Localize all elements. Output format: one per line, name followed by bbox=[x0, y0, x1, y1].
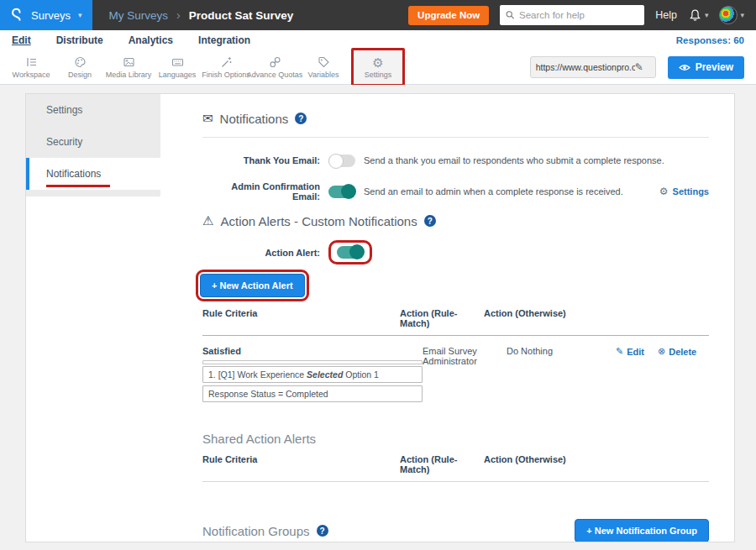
criteria-condition-2: Response Status = Completed bbox=[202, 385, 423, 402]
new-action-alert-button[interactable]: + New Action Alert bbox=[200, 274, 305, 297]
magic-wand-icon bbox=[219, 55, 234, 69]
help-search-input[interactable] bbox=[519, 10, 638, 20]
notification-groups-title: Notification Groups bbox=[202, 524, 310, 538]
gear-icon: ⚙ bbox=[659, 186, 669, 197]
upgrade-now-button[interactable]: Upgrade Now bbox=[408, 6, 489, 25]
help-link[interactable]: Help bbox=[655, 9, 677, 21]
search-icon bbox=[506, 10, 515, 20]
thank-you-email-label: Thank You Email: bbox=[202, 155, 328, 165]
otherwise-action: Do Nothing bbox=[507, 346, 616, 405]
col-action-rule-match: Action (Rule-Match) bbox=[400, 308, 484, 328]
delete-icon: ⊗ bbox=[658, 346, 665, 357]
chevron-down-icon: ▾ bbox=[740, 11, 744, 19]
settings-panel: Settings Security Notifications ✉ Notifi… bbox=[25, 93, 735, 542]
shared-action-alerts-title: Shared Action Alerts bbox=[202, 432, 709, 446]
toolbar-item-languages[interactable]: Languages bbox=[153, 50, 202, 84]
tab-distribute[interactable]: Distribute bbox=[56, 34, 103, 46]
thank-you-email-description: Send a thank you email to respondents wh… bbox=[364, 155, 664, 165]
notifications-bell-menu[interactable]: ▾ bbox=[688, 8, 709, 23]
admin-email-settings-link[interactable]: Settings bbox=[673, 186, 709, 196]
divider bbox=[202, 137, 709, 138]
help-icon[interactable]: ? bbox=[424, 215, 436, 227]
sidebar-item-notifications[interactable]: Notifications bbox=[26, 158, 160, 190]
admin-confirmation-email-toggle[interactable] bbox=[328, 186, 355, 198]
tab-edit[interactable]: Edit bbox=[12, 34, 31, 46]
sidebar-item-security[interactable]: Security bbox=[26, 126, 160, 158]
preview-button[interactable]: Preview bbox=[668, 56, 744, 79]
toolbar-item-workspace[interactable]: Workspace bbox=[7, 50, 55, 84]
shared-alerts-table-header: Rule Criteria Action (Rule-Match) Action… bbox=[202, 454, 709, 482]
criteria-collapsed-strip bbox=[202, 360, 423, 364]
new-notification-group-button[interactable]: + New Notification Group bbox=[575, 519, 709, 542]
sidebar-item-settings[interactable]: Settings bbox=[26, 94, 160, 126]
help-icon[interactable]: ? bbox=[317, 525, 328, 537]
tag-icon bbox=[317, 55, 331, 69]
admin-confirmation-email-description: Send an email to admin when a complete r… bbox=[364, 186, 623, 196]
settings-page: Settings Security Notifications ✉ Notifi… bbox=[0, 85, 756, 550]
criteria-condition-1: 1. [Q1] Work Experience Selected Option … bbox=[202, 366, 423, 383]
workspace-icon bbox=[24, 55, 39, 69]
action-alert-toggle[interactable] bbox=[337, 246, 364, 259]
settings-sidebar: Settings Security Notifications bbox=[26, 94, 160, 542]
annotation-settings-highlight: ⚙ Settings bbox=[351, 48, 405, 86]
keyboard-icon bbox=[171, 55, 185, 69]
breadcrumb-my-surveys[interactable]: My Surveys bbox=[109, 9, 169, 22]
survey-url-input[interactable] bbox=[536, 62, 635, 72]
chain-link-icon bbox=[268, 55, 282, 69]
shared-alerts-empty-area bbox=[202, 482, 709, 511]
chevron-down-icon: ▾ bbox=[78, 11, 82, 19]
breadcrumb: My Surveys › Product Sat Survey bbox=[109, 8, 294, 22]
new-action-alert-row: + New Action Alert bbox=[202, 270, 709, 301]
toolbar-item-advance-quotas[interactable]: Advance Quotas bbox=[250, 50, 299, 84]
col-action-rule-match: Action (Rule-Match) bbox=[400, 454, 484, 474]
toolbar-item-finish-options[interactable]: Finish Options bbox=[202, 50, 250, 84]
annotation-action-alert-highlight bbox=[328, 240, 372, 265]
delete-alert-link[interactable]: ⊗Delete bbox=[658, 346, 696, 357]
edit-toolbar: Workspace Design Media Library Languages… bbox=[0, 50, 756, 85]
questionpro-logo-icon bbox=[8, 8, 24, 23]
top-bar: Surveys ▾ My Surveys › Product Sat Surve… bbox=[0, 0, 756, 30]
toolbar-item-design[interactable]: Design bbox=[55, 50, 104, 84]
action-alert-table-row: Satisfied 1. [Q1] Work Experience Select… bbox=[202, 336, 709, 413]
notifications-section-header: ✉ Notifications ? bbox=[202, 111, 709, 126]
admin-confirmation-email-label: Admin Confirmation Email: bbox=[202, 181, 328, 202]
col-rule-criteria: Rule Criteria bbox=[202, 308, 400, 328]
thank-you-email-row: Thank You Email: Send a thank you email … bbox=[202, 151, 709, 170]
tab-analytics[interactable]: Analytics bbox=[129, 34, 173, 46]
pencil-icon: ✎ bbox=[616, 346, 623, 357]
col-rule-criteria: Rule Criteria bbox=[202, 454, 400, 474]
col-action-otherwise: Action (Otherwise) bbox=[484, 454, 593, 474]
section-title: Action Alerts - Custom Notifications bbox=[220, 214, 417, 228]
breadcrumb-current-survey: Product Sat Survey bbox=[189, 9, 294, 22]
tab-integration[interactable]: Integration bbox=[198, 34, 250, 46]
action-alert-toggle-row: Action Alert: bbox=[202, 240, 709, 265]
annotation-new-action-alert-highlight: + New Action Alert bbox=[196, 270, 309, 301]
notification-groups-header: Notification Groups ? + New Notification… bbox=[202, 519, 709, 542]
annotation-notifications-underline bbox=[46, 185, 110, 187]
toolbar-item-variables[interactable]: Variables bbox=[299, 50, 348, 84]
help-icon[interactable]: ? bbox=[295, 113, 307, 124]
image-icon bbox=[122, 55, 136, 69]
edit-url-pencil-icon[interactable]: ✎ bbox=[635, 61, 643, 73]
help-search-box[interactable] bbox=[500, 5, 644, 25]
toolbar-item-media-library[interactable]: Media Library bbox=[104, 50, 153, 84]
toolbar-item-settings[interactable]: ⚙ Settings bbox=[354, 50, 402, 84]
product-name: Surveys bbox=[31, 9, 71, 22]
responses-count[interactable]: Responses: 60 bbox=[676, 35, 744, 45]
notifications-content: ✉ Notifications ? Thank You Email: Send … bbox=[160, 94, 734, 542]
surveys-product-menu[interactable]: Surveys ▾ bbox=[0, 0, 92, 30]
rule-match-action: Email Survey Administrator bbox=[423, 346, 507, 405]
action-alerts-table-header: Rule Criteria Action (Rule-Match) Action… bbox=[202, 308, 709, 336]
account-menu[interactable]: ▾ bbox=[719, 6, 744, 24]
palette-icon bbox=[73, 55, 87, 69]
edit-alert-link[interactable]: ✎Edit bbox=[616, 346, 644, 357]
criteria-status: Satisfied bbox=[202, 346, 423, 356]
avatar bbox=[719, 6, 738, 24]
survey-url-box[interactable]: ✎ bbox=[530, 56, 656, 78]
col-action-otherwise: Action (Otherwise) bbox=[484, 308, 593, 328]
action-alert-label: Action Alert: bbox=[202, 248, 328, 258]
bell-icon bbox=[688, 8, 702, 23]
thank-you-email-toggle[interactable] bbox=[328, 155, 355, 167]
admin-confirmation-email-row: Admin Confirmation Email: Send an email … bbox=[202, 181, 709, 202]
chevron-down-icon: ▾ bbox=[705, 11, 709, 19]
